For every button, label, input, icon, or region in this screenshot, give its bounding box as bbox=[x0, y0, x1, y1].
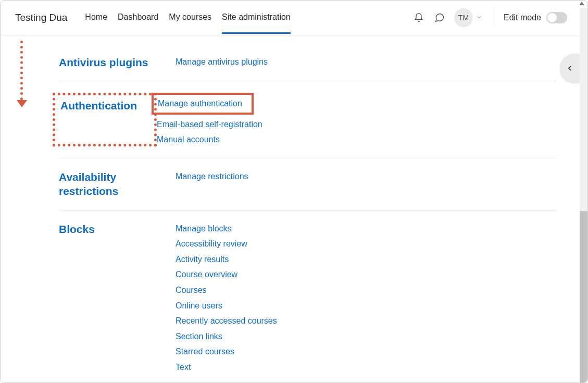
link-course-overview[interactable]: Course overview bbox=[176, 268, 277, 281]
link-starred-courses[interactable]: Starred courses bbox=[176, 345, 277, 359]
link-accessibility-review[interactable]: Accessibility review bbox=[176, 237, 277, 251]
link-manage-antivirus-plugins[interactable]: Manage antivirus plugins bbox=[176, 55, 268, 69]
edit-mode-toggle[interactable] bbox=[546, 12, 567, 23]
section-availability-restrictions: Availability restrictions Manage restric… bbox=[59, 158, 557, 211]
annotation-arrow-icon bbox=[20, 41, 26, 100]
nav-site-administration[interactable]: Site administration bbox=[222, 13, 291, 34]
edit-mode-label: Edit mode bbox=[504, 13, 541, 22]
nav-my-courses[interactable]: My courses bbox=[169, 13, 211, 34]
nav-home[interactable]: Home bbox=[85, 13, 107, 34]
link-email-based-self-registration[interactable]: Email-based self-registration bbox=[157, 118, 262, 131]
annotation-highlight-box: Manage authentication bbox=[152, 93, 254, 115]
nav-dashboard[interactable]: Dashboard bbox=[118, 13, 158, 34]
section-title-authentication: Authentication bbox=[53, 93, 157, 146]
link-manage-authentication[interactable]: Manage authentication bbox=[158, 99, 242, 108]
primary-nav: Home Dashboard My courses Site administr… bbox=[85, 13, 290, 23]
scrollbar-thumb[interactable] bbox=[580, 211, 587, 383]
scrollbar-track[interactable] bbox=[580, 8, 587, 383]
link-section-links[interactable]: Section links bbox=[176, 330, 277, 343]
link-text[interactable]: Text bbox=[176, 361, 277, 374]
user-avatar[interactable]: TM bbox=[454, 8, 473, 27]
site-brand[interactable]: Testing Dua bbox=[15, 12, 67, 23]
link-manage-blocks[interactable]: Manage blocks bbox=[176, 222, 277, 236]
link-manage-restrictions[interactable]: Manage restrictions bbox=[176, 170, 248, 183]
link-manual-accounts[interactable]: Manual accounts bbox=[157, 133, 262, 146]
section-title-blocks: Blocks bbox=[59, 222, 176, 374]
link-online-users[interactable]: Online users bbox=[176, 299, 277, 313]
link-courses[interactable]: Courses bbox=[176, 283, 277, 297]
section-authentication: Authentication Manage authentication Ema… bbox=[59, 81, 557, 158]
section-title-availability: Availability restrictions bbox=[59, 170, 176, 199]
messages-icon[interactable] bbox=[433, 11, 446, 24]
scroll-up-arrow[interactable] bbox=[579, 2, 584, 5]
section-blocks: Blocks Manage blocks Accessibility revie… bbox=[59, 211, 557, 382]
link-activity-results[interactable]: Activity results bbox=[176, 253, 277, 266]
link-recently-accessed-courses[interactable]: Recently accessed courses bbox=[176, 314, 277, 328]
top-navigation: Testing Dua Home Dashboard My courses Si… bbox=[1, 1, 580, 35]
section-title-antivirus: Antivirus plugins bbox=[59, 55, 176, 69]
user-menu-toggle[interactable] bbox=[476, 13, 482, 22]
divider bbox=[494, 7, 494, 28]
notifications-icon[interactable] bbox=[412, 11, 425, 24]
section-antivirus: Antivirus plugins Manage antivirus plugi… bbox=[59, 44, 557, 81]
admin-plugins-list: Antivirus plugins Manage antivirus plugi… bbox=[1, 35, 580, 382]
